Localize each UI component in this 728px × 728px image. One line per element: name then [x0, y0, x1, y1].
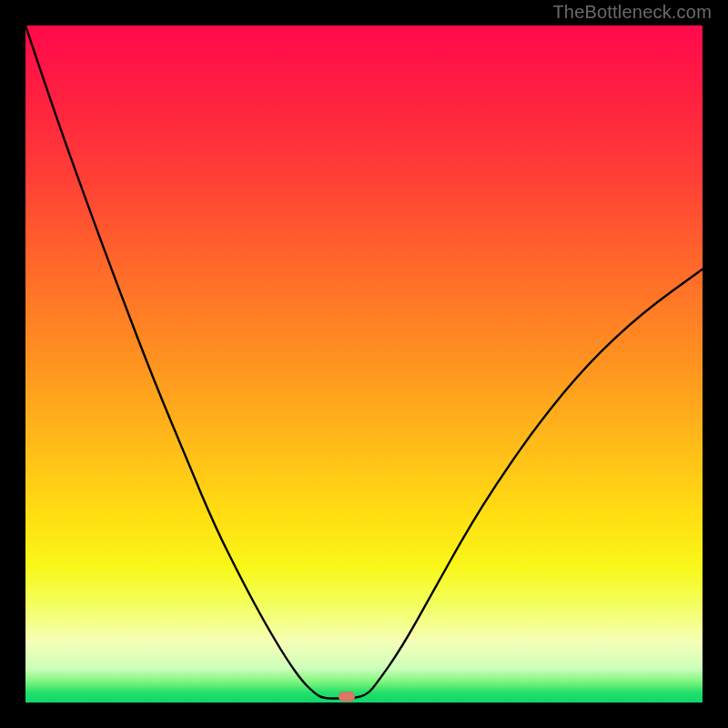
- bottleneck-curve: [25, 25, 703, 699]
- optimal-marker: [339, 692, 355, 702]
- chart-frame: TheBottleneck.com: [0, 0, 728, 728]
- watermark-text: TheBottleneck.com: [552, 2, 712, 23]
- curve-svg: [25, 25, 703, 703]
- plot-area: [25, 25, 703, 703]
